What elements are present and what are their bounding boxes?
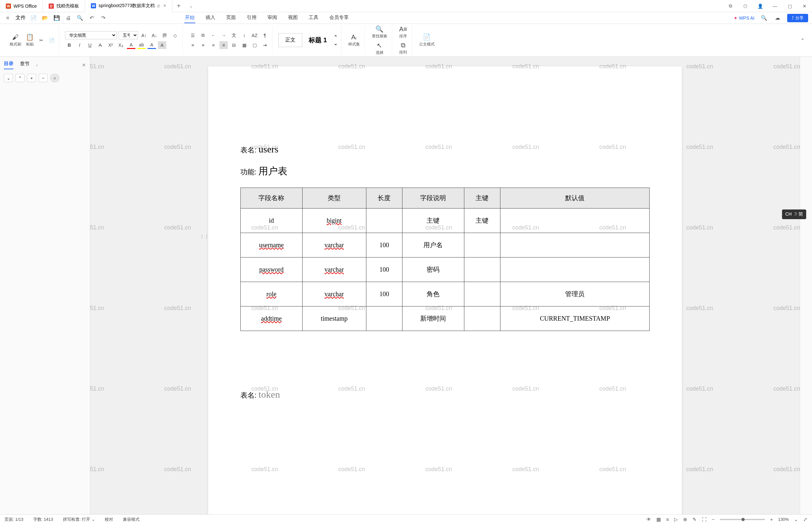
collapse-ribbon-icon[interactable]: ⌃ xyxy=(798,36,807,44)
paste-button[interactable]: 📋粘贴 xyxy=(24,32,35,48)
bold-icon[interactable]: B xyxy=(65,41,73,49)
increase-indent-icon[interactable]: → xyxy=(219,32,228,39)
tab-template[interactable]: D 找稻壳模板 xyxy=(43,0,85,12)
avatar-icon[interactable]: 👤 xyxy=(753,0,767,12)
decrease-indent-icon[interactable]: ← xyxy=(209,32,217,39)
new-doc-icon[interactable]: 📄 xyxy=(30,14,37,22)
menu-icon[interactable]: ≡ xyxy=(4,14,12,22)
outline-tab-chapter[interactable]: 章节 xyxy=(20,61,30,69)
number-list-icon[interactable]: ⧉ xyxy=(199,32,207,39)
view-read-icon[interactable]: ▷ xyxy=(674,517,678,522)
status-spell[interactable]: 拼写检查: 打开 ⌄ xyxy=(63,517,95,522)
zoom-in-icon[interactable]: + xyxy=(770,517,773,522)
style-heading1[interactable]: 标题 1 xyxy=(304,33,332,47)
font-color-icon[interactable]: A xyxy=(127,41,135,49)
maximize-button[interactable]: ▢ xyxy=(782,0,797,12)
format-painter-button[interactable]: 🖌格式刷 xyxy=(9,32,22,48)
tab-wps-office[interactable]: W WPS Office xyxy=(0,0,43,12)
view-print-icon[interactable]: ✎ xyxy=(693,517,697,522)
cloud-icon[interactable]: ☁ xyxy=(774,14,781,22)
superscript-icon[interactable]: X² xyxy=(106,41,115,49)
copy-icon[interactable]: 📄 xyxy=(47,36,56,44)
phonetic-icon[interactable]: 拼 xyxy=(161,32,169,39)
print-icon[interactable]: 🖨 xyxy=(64,14,72,22)
cube-icon[interactable]: ⬡ xyxy=(738,0,753,12)
wps-ai-button[interactable]: ✦WPS AI xyxy=(734,15,754,21)
tab-dropdown[interactable]: ⌄ xyxy=(185,4,197,9)
ime-badge[interactable]: CH ☽ 简 xyxy=(782,210,806,219)
cut-icon[interactable]: ✂ xyxy=(37,36,46,44)
align-right-icon[interactable]: ≡ xyxy=(209,41,217,49)
doc-mode-button[interactable]: 📄公文模式 xyxy=(418,32,436,48)
style-normal[interactable]: 正文 xyxy=(278,33,302,47)
select-button[interactable]: ↖选择 xyxy=(375,40,385,57)
find-replace-button[interactable]: 🔍查找替换 xyxy=(370,24,388,40)
outline-next-icon[interactable]: › xyxy=(36,62,38,68)
style-more-icon2[interactable]: ⌄ xyxy=(333,40,338,46)
status-compat[interactable]: 兼容模式 xyxy=(123,517,139,522)
close-icon[interactable]: × xyxy=(163,3,166,9)
view-fullscreen-icon[interactable]: ⛶ xyxy=(702,517,707,522)
menu-tab-tools[interactable]: 工具 xyxy=(308,13,319,23)
align-center-icon[interactable]: ≡ xyxy=(199,41,207,49)
outline-expand-icon[interactable]: ⌃ xyxy=(15,74,24,82)
subscript-icon[interactable]: X₂ xyxy=(117,41,125,49)
zoom-out-icon[interactable]: − xyxy=(712,517,715,522)
tab-icon[interactable]: ⇥ xyxy=(261,41,269,49)
outline-remove-icon[interactable]: − xyxy=(39,74,48,82)
zoom-dropdown-icon[interactable]: ⌄ xyxy=(794,517,798,522)
view-outline-icon[interactable]: ≡ xyxy=(666,517,669,522)
new-tab-button[interactable]: + xyxy=(172,2,185,10)
menu-tab-vip[interactable]: 会员专享 xyxy=(329,13,349,23)
border-icon[interactable]: ▢ xyxy=(250,41,259,49)
window-layout-icon[interactable]: ⧉ xyxy=(723,0,738,12)
arrange-button[interactable]: ⧉排列 xyxy=(398,40,408,56)
outline-collapse-icon[interactable]: ⌄ xyxy=(4,74,13,82)
zoom-slider[interactable] xyxy=(720,519,765,520)
font-name-select[interactable]: 华文细黑 xyxy=(65,31,117,39)
menu-tab-reference[interactable]: 引用 xyxy=(246,13,257,23)
bullet-list-icon[interactable]: ☰ xyxy=(188,32,197,39)
italic-icon[interactable]: I xyxy=(76,41,84,49)
increase-font-icon[interactable]: A↑ xyxy=(140,32,148,39)
redo-icon[interactable]: ↷ xyxy=(99,14,107,22)
menu-tab-insert[interactable]: 插入 xyxy=(205,13,216,23)
outline-toggle-icon[interactable]: ○ xyxy=(50,74,59,82)
distribute-icon[interactable]: ⊟ xyxy=(230,41,238,49)
sort-button[interactable]: A≡排序 xyxy=(398,24,409,40)
font-color2-icon[interactable]: A xyxy=(148,41,156,49)
zoom-value[interactable]: 130% xyxy=(778,517,789,522)
view-web-icon[interactable]: ⊕ xyxy=(683,517,687,522)
show-marks-icon[interactable]: ¶ xyxy=(261,32,269,39)
style-more-icon[interactable]: ⌃ xyxy=(333,34,338,40)
save-icon[interactable]: 💾 xyxy=(53,14,61,22)
view-page-icon[interactable]: ▦ xyxy=(656,517,661,522)
search-icon[interactable]: 🔍 xyxy=(760,14,768,22)
file-menu[interactable]: 文件 xyxy=(15,15,26,21)
outline-add-icon[interactable]: + xyxy=(27,74,36,82)
menu-tab-page[interactable]: 页面 xyxy=(226,13,236,23)
menu-tab-view[interactable]: 视图 xyxy=(287,13,298,23)
minimize-button[interactable]: — xyxy=(767,0,782,12)
clear-format-icon[interactable]: ◇ xyxy=(171,32,179,39)
underline-icon[interactable]: U xyxy=(86,41,94,49)
text-direction-icon[interactable]: 文 xyxy=(230,32,238,39)
fit-icon[interactable]: ⤢ xyxy=(803,517,808,522)
eye-icon[interactable]: 👁 xyxy=(646,517,651,522)
share-button[interactable]: ⤴ 分享 xyxy=(787,14,808,22)
status-page[interactable]: 页面: 1/13 xyxy=(4,517,23,522)
sort-icon[interactable]: AZ xyxy=(250,32,259,39)
tab-document[interactable]: W springboot25773数据库文档 ⎚ × xyxy=(85,0,172,12)
menu-tab-review[interactable]: 审阅 xyxy=(267,13,278,23)
align-left-icon[interactable]: ≡ xyxy=(188,41,197,49)
document-viewport[interactable]: ⋮⋮ 表名: users 功能: 用户表 字段名称 类型 长度 字段说明 主键 … xyxy=(90,57,800,514)
close-button[interactable]: ✕ xyxy=(797,0,812,12)
status-proof[interactable]: 校对 xyxy=(105,517,113,522)
outline-tab-toc[interactable]: 目录 xyxy=(4,61,14,69)
style-set-button[interactable]: Aᵢ样式集 xyxy=(347,32,361,48)
strike-icon[interactable]: A̶ xyxy=(96,41,104,49)
highlight-icon[interactable]: ab xyxy=(137,41,146,49)
undo-icon[interactable]: ↶ xyxy=(88,14,95,22)
open-icon[interactable]: 📂 xyxy=(41,14,49,22)
justify-icon[interactable]: ≡ xyxy=(219,41,228,49)
